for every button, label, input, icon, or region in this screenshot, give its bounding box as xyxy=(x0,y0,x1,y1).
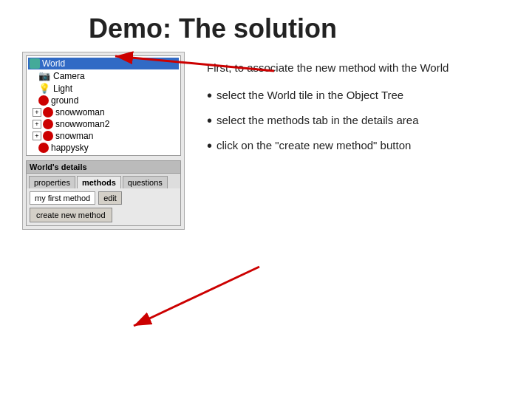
details-tabs: properties methods questions xyxy=(27,174,180,188)
svg-line-2 xyxy=(134,267,259,326)
tree-label-world: World xyxy=(42,58,65,69)
details-content: my first method edit create new method xyxy=(27,188,180,225)
tree-item-snowwoman[interactable]: + snowwoman xyxy=(28,106,179,118)
first-paragraph: First, to associate the new method with … xyxy=(207,59,517,76)
text-panel: First, to associate the new method with … xyxy=(185,52,532,169)
tree-label-snowman: snowman xyxy=(55,131,93,141)
page-title: Demo: The solution xyxy=(0,0,532,52)
tree-item-ground[interactable]: ground xyxy=(28,95,179,106)
tree-label-ground: ground xyxy=(51,95,78,106)
edit-method-button[interactable]: edit xyxy=(98,191,122,205)
tab-questions[interactable]: questions xyxy=(123,176,168,188)
expand-snowwoman[interactable]: + xyxy=(33,108,41,117)
bullet-text-1: select the World tile in the Object Tree xyxy=(216,86,403,103)
bullet-text-3: click on the "create new method" button xyxy=(216,137,411,154)
tab-methods[interactable]: methods xyxy=(77,176,121,188)
ground-icon xyxy=(38,95,49,106)
tree-label-light: Light xyxy=(53,83,72,94)
tree-label-snowwoman2: snowwoman2 xyxy=(55,119,109,129)
snowwoman-icon xyxy=(43,107,53,117)
world-icon xyxy=(30,58,40,69)
bullet-item-1: • select the World tile in the Object Tr… xyxy=(207,86,517,104)
bullet-item-3: • click on the "create new method" butto… xyxy=(207,137,517,154)
create-new-method-button[interactable]: create new method xyxy=(30,208,112,222)
snowwoman2-icon xyxy=(43,119,53,129)
expand-snowman[interactable]: + xyxy=(33,132,41,140)
tree-item-happysky[interactable]: happysky xyxy=(28,142,179,154)
method-name-label: my first method xyxy=(30,191,95,205)
bullet-dot-2: • xyxy=(207,112,212,129)
tree-item-snowwoman2[interactable]: + snowwoman2 xyxy=(28,118,179,130)
camera-icon: 📷 xyxy=(38,70,50,81)
happysky-icon xyxy=(38,143,49,153)
tree-item-light[interactable]: 💡 Light xyxy=(28,82,179,95)
tab-properties[interactable]: properties xyxy=(29,176,75,188)
details-title: World's details xyxy=(27,161,180,174)
snowman-icon xyxy=(43,131,53,141)
tree-item-snowman[interactable]: + snowman xyxy=(28,130,179,142)
light-icon: 💡 xyxy=(38,83,50,94)
alice-panel: World 📷 Camera 💡 Light ground + xyxy=(22,52,185,230)
method-row: my first method edit xyxy=(30,191,177,205)
tree-label-happysky: happysky xyxy=(51,143,89,153)
tree-label-camera: Camera xyxy=(53,71,85,81)
details-panel: World's details properties methods quest… xyxy=(26,160,181,226)
tree-item-world[interactable]: World xyxy=(28,58,179,69)
object-tree: World 📷 Camera 💡 Light ground + xyxy=(26,55,181,156)
bullet-text-2: select the methods tab in the details ar… xyxy=(216,112,419,129)
tree-item-camera[interactable]: 📷 Camera xyxy=(28,69,179,82)
tree-label-snowwoman: snowwoman xyxy=(55,107,105,117)
bullet-item-2: • select the methods tab in the details … xyxy=(207,112,517,129)
expand-snowwoman2[interactable]: + xyxy=(33,120,41,129)
bullet-dot-1: • xyxy=(207,86,212,104)
bullet-dot-3: • xyxy=(207,137,212,154)
